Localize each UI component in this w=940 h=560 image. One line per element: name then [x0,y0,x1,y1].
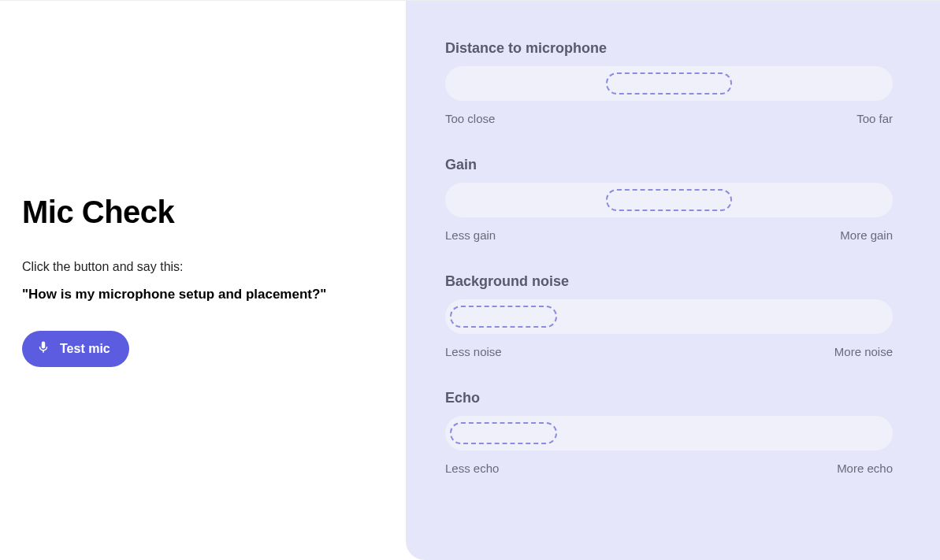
metric-title: Gain [445,157,893,173]
metric-title: Background noise [445,273,893,290]
slider-label-right: More gain [840,228,893,242]
slider-label-right: More echo [837,462,893,475]
slider-label-left: Less noise [445,345,502,358]
script-text: "How is my microphone setup and placemen… [22,287,384,302]
slider-label-left: Less echo [445,462,499,475]
slider-track [445,416,893,451]
slider-track [445,183,893,217]
microphone-icon [36,340,50,358]
slider-indicator [606,72,731,95]
slider-label-right: Too far [856,112,893,125]
slider-indicator [450,422,557,444]
slider-label-left: Less gain [445,228,496,242]
metric-gain: Gain Less gain More gain [445,157,893,242]
metric-echo: Echo Less echo More echo [445,390,893,475]
metric-title: Echo [445,390,893,406]
metric-title: Distance to microphone [445,40,893,57]
metric-background-noise: Background noise Less noise More noise [445,273,893,358]
instruction-text: Click the button and say this: [22,260,384,274]
metric-distance: Distance to microphone Too close Too far [445,40,893,125]
left-panel: Mic Check Click the button and say this:… [0,1,406,560]
test-mic-button-label: Test mic [60,342,110,356]
slider-label-left: Too close [445,112,495,125]
slider-indicator [606,189,731,211]
page-title: Mic Check [22,195,384,230]
slider-track [445,66,893,101]
test-mic-button[interactable]: Test mic [22,331,129,367]
slider-indicator [450,306,557,328]
slider-track [445,299,893,334]
slider-label-right: More noise [834,345,893,358]
metrics-panel: Distance to microphone Too close Too far… [406,1,940,560]
